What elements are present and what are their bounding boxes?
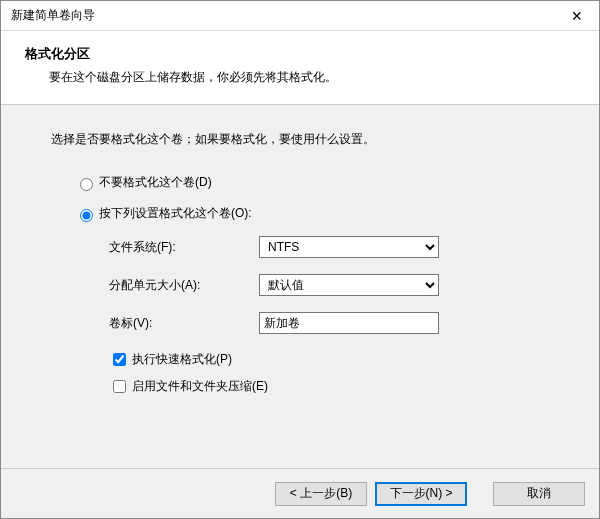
check-quick-format[interactable]: 执行快速格式化(P): [109, 350, 559, 369]
check-quick-format-input[interactable]: [113, 353, 126, 366]
row-allocation: 分配单元大小(A): 默认值: [109, 274, 559, 296]
close-button[interactable]: ✕: [555, 1, 599, 31]
label-allocation: 分配单元大小(A):: [109, 277, 259, 294]
radio-no-format[interactable]: 不要格式化这个卷(D): [75, 174, 559, 191]
radio-no-format-label: 不要格式化这个卷(D): [99, 174, 212, 191]
instruction-text: 选择是否要格式化这个卷；如果要格式化，要使用什么设置。: [51, 131, 559, 148]
window-title: 新建简单卷向导: [11, 7, 95, 24]
back-button[interactable]: < 上一步(B): [275, 482, 367, 506]
format-settings: 文件系统(F): NTFS 分配单元大小(A): 默认值 卷标(V): 执行快速…: [109, 236, 559, 396]
row-filesystem: 文件系统(F): NTFS: [109, 236, 559, 258]
check-compression[interactable]: 启用文件和文件夹压缩(E): [109, 377, 559, 396]
cancel-button[interactable]: 取消: [493, 482, 585, 506]
close-icon: ✕: [571, 8, 583, 24]
row-volume-label: 卷标(V):: [109, 312, 559, 334]
check-compression-label: 启用文件和文件夹压缩(E): [132, 378, 268, 395]
check-quick-format-label: 执行快速格式化(P): [132, 351, 232, 368]
page-subtitle: 要在这个磁盘分区上储存数据，你必须先将其格式化。: [49, 69, 575, 86]
select-allocation[interactable]: 默认值: [259, 274, 439, 296]
titlebar: 新建简单卷向导 ✕: [1, 1, 599, 31]
wizard-content: 选择是否要格式化这个卷；如果要格式化，要使用什么设置。 不要格式化这个卷(D) …: [1, 105, 599, 468]
radio-format-with-label: 按下列设置格式化这个卷(O):: [99, 205, 252, 222]
radio-no-format-input[interactable]: [80, 178, 93, 191]
radio-format-with[interactable]: 按下列设置格式化这个卷(O):: [75, 205, 559, 222]
select-filesystem[interactable]: NTFS: [259, 236, 439, 258]
label-volume: 卷标(V):: [109, 315, 259, 332]
wizard-window: 新建简单卷向导 ✕ 格式化分区 要在这个磁盘分区上储存数据，你必须先将其格式化。…: [0, 0, 600, 519]
wizard-header: 格式化分区 要在这个磁盘分区上储存数据，你必须先将其格式化。: [1, 31, 599, 105]
input-volume-label[interactable]: [259, 312, 439, 334]
wizard-footer: < 上一步(B) 下一步(N) > 取消: [1, 468, 599, 518]
label-filesystem: 文件系统(F):: [109, 239, 259, 256]
next-button[interactable]: 下一步(N) >: [375, 482, 467, 506]
page-title: 格式化分区: [25, 45, 575, 63]
check-compression-input[interactable]: [113, 380, 126, 393]
radio-format-with-input[interactable]: [80, 209, 93, 222]
